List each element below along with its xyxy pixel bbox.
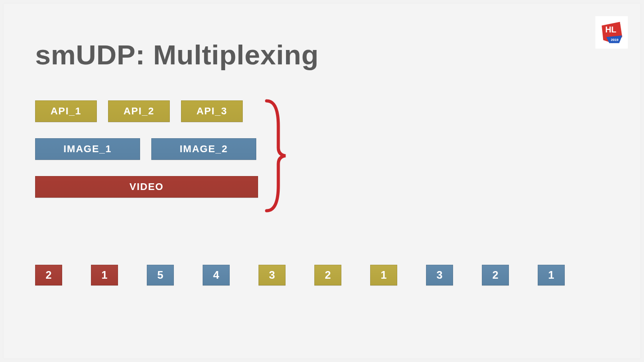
- packet: 2: [314, 265, 341, 285]
- svg-text:+: +: [621, 23, 624, 28]
- packet: 1: [91, 265, 118, 285]
- packet: 3: [259, 265, 286, 285]
- hl-logo-icon: HL 2019 + +: [599, 20, 624, 45]
- image-box: IMAGE_2: [151, 138, 256, 160]
- slide-title: smUDP: Multiplexing: [35, 39, 319, 71]
- packet: 1: [370, 265, 397, 285]
- packet: 3: [426, 265, 453, 285]
- video-row: VIDEO: [35, 176, 281, 198]
- slide: smUDP: Multiplexing HL 2019 + + API_1 AP…: [4, 4, 640, 358]
- packet: 1: [538, 265, 565, 285]
- logo-subtext: 2019: [611, 38, 618, 42]
- api-box: API_1: [35, 100, 97, 122]
- api-row: API_1 API_2 API_3: [35, 100, 281, 122]
- packet: 2: [35, 265, 62, 285]
- image-row: IMAGE_1 IMAGE_2: [35, 138, 281, 160]
- brace-icon: [265, 99, 287, 213]
- packet: 2: [482, 265, 509, 285]
- api-box: API_3: [181, 100, 243, 122]
- logo-text: HL: [605, 25, 617, 34]
- streams-group: API_1 API_2 API_3 IMAGE_1 IMAGE_2 VIDEO: [35, 100, 281, 198]
- api-box: API_2: [108, 100, 170, 122]
- video-box: VIDEO: [35, 176, 258, 198]
- packet-sequence: 2 1 5 4 3 2 1 3 2 1: [35, 265, 565, 285]
- conference-logo: HL 2019 + +: [595, 16, 628, 49]
- image-box: IMAGE_1: [35, 138, 140, 160]
- packet: 5: [147, 265, 174, 285]
- packet: 4: [203, 265, 230, 285]
